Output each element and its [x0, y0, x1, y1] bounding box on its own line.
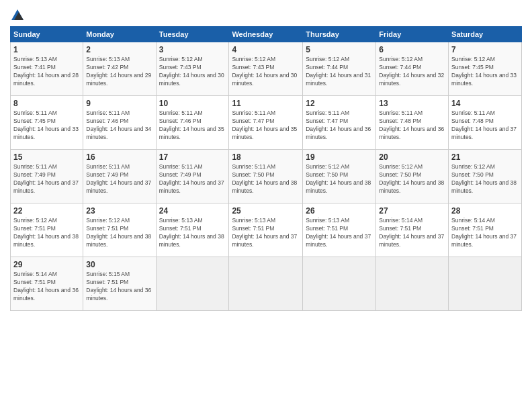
- day-number: 25: [232, 206, 300, 216]
- calendar-day-cell: 2 Sunrise: 5:13 AM Sunset: 7:42 PM Dayli…: [83, 42, 156, 96]
- calendar-day-cell: [229, 257, 303, 311]
- day-info: Sunrise: 5:11 AM Sunset: 7:48 PM Dayligh…: [379, 109, 445, 142]
- day-of-week-header: Thursday: [303, 27, 376, 42]
- day-number: 22: [13, 206, 80, 216]
- day-number: 11: [232, 99, 300, 108]
- calendar-day-cell: 10 Sunrise: 5:11 AM Sunset: 7:46 PM Dayl…: [156, 96, 229, 150]
- day-number: 27: [379, 206, 445, 216]
- logo: [10, 7, 24, 21]
- day-of-week-header: Friday: [376, 27, 449, 42]
- day-number: 20: [379, 152, 445, 162]
- calendar-day-cell: 29 Sunrise: 5:14 AM Sunset: 7:51 PM Dayl…: [11, 257, 83, 311]
- calendar-table: SundayMondayTuesdayWednesdayThursdayFrid…: [10, 26, 522, 311]
- day-number: 7: [451, 45, 519, 54]
- day-number: 15: [13, 152, 80, 162]
- calendar-day-cell: 28 Sunrise: 5:14 AM Sunset: 7:51 PM Dayl…: [449, 203, 522, 257]
- calendar-day-cell: 14 Sunrise: 5:11 AM Sunset: 7:48 PM Dayl…: [449, 96, 522, 150]
- day-info: Sunrise: 5:12 AM Sunset: 7:50 PM Dayligh…: [451, 163, 519, 195]
- calendar-day-cell: 13 Sunrise: 5:11 AM Sunset: 7:48 PM Dayl…: [376, 96, 449, 150]
- calendar-day-cell: 1 Sunrise: 5:13 AM Sunset: 7:41 PM Dayli…: [11, 42, 83, 96]
- day-info: Sunrise: 5:13 AM Sunset: 7:41 PM Dayligh…: [13, 56, 80, 88]
- calendar-header-row: SundayMondayTuesdayWednesdayThursdayFrid…: [11, 27, 522, 42]
- day-number: 28: [451, 206, 519, 216]
- calendar-day-cell: 21 Sunrise: 5:12 AM Sunset: 7:50 PM Dayl…: [449, 150, 522, 203]
- day-info: Sunrise: 5:12 AM Sunset: 7:51 PM Dayligh…: [13, 217, 80, 249]
- day-number: 23: [86, 206, 152, 216]
- day-of-week-header: Wednesday: [229, 27, 303, 42]
- day-number: 3: [159, 45, 226, 54]
- logo-line1: [10, 7, 24, 21]
- calendar-day-cell: 16 Sunrise: 5:11 AM Sunset: 7:49 PM Dayl…: [83, 150, 156, 203]
- day-info: Sunrise: 5:14 AM Sunset: 7:51 PM Dayligh…: [451, 217, 519, 249]
- calendar-day-cell: 5 Sunrise: 5:12 AM Sunset: 7:44 PM Dayli…: [303, 42, 376, 96]
- day-info: Sunrise: 5:11 AM Sunset: 7:47 PM Dayligh…: [232, 109, 300, 142]
- day-info: Sunrise: 5:12 AM Sunset: 7:43 PM Dayligh…: [232, 56, 300, 88]
- day-info: Sunrise: 5:13 AM Sunset: 7:51 PM Dayligh…: [232, 217, 300, 249]
- day-of-week-header: Saturday: [449, 27, 522, 42]
- calendar-day-cell: 3 Sunrise: 5:12 AM Sunset: 7:43 PM Dayli…: [156, 42, 229, 96]
- day-info: Sunrise: 5:11 AM Sunset: 7:48 PM Dayligh…: [451, 109, 519, 142]
- day-number: 10: [159, 99, 226, 108]
- day-of-week-header: Monday: [83, 27, 156, 42]
- day-info: Sunrise: 5:11 AM Sunset: 7:49 PM Dayligh…: [86, 163, 152, 195]
- day-number: 18: [232, 152, 300, 162]
- day-info: Sunrise: 5:11 AM Sunset: 7:49 PM Dayligh…: [13, 163, 80, 195]
- day-info: Sunrise: 5:12 AM Sunset: 7:50 PM Dayligh…: [306, 163, 373, 195]
- calendar-day-cell: 20 Sunrise: 5:12 AM Sunset: 7:50 PM Dayl…: [376, 150, 449, 203]
- day-info: Sunrise: 5:14 AM Sunset: 7:51 PM Dayligh…: [379, 217, 445, 249]
- day-info: Sunrise: 5:15 AM Sunset: 7:51 PM Dayligh…: [86, 271, 152, 303]
- calendar-day-cell: 22 Sunrise: 5:12 AM Sunset: 7:51 PM Dayl…: [11, 203, 83, 257]
- day-number: 29: [13, 260, 80, 269]
- calendar-day-cell: 27 Sunrise: 5:14 AM Sunset: 7:51 PM Dayl…: [376, 203, 449, 257]
- calendar-day-cell: [449, 257, 522, 311]
- day-number: 8: [13, 99, 80, 108]
- day-number: 30: [86, 260, 152, 269]
- calendar-day-cell: 8 Sunrise: 5:11 AM Sunset: 7:45 PM Dayli…: [11, 96, 83, 150]
- day-of-week-header: Sunday: [11, 27, 83, 42]
- day-number: 2: [86, 45, 152, 54]
- day-info: Sunrise: 5:13 AM Sunset: 7:42 PM Dayligh…: [86, 56, 152, 88]
- day-info: Sunrise: 5:12 AM Sunset: 7:44 PM Dayligh…: [379, 56, 445, 88]
- day-number: 14: [451, 99, 519, 108]
- calendar-week-row: 1 Sunrise: 5:13 AM Sunset: 7:41 PM Dayli…: [11, 42, 522, 96]
- calendar-week-row: 8 Sunrise: 5:11 AM Sunset: 7:45 PM Dayli…: [11, 96, 522, 150]
- day-number: 9: [86, 99, 152, 108]
- calendar-week-row: 15 Sunrise: 5:11 AM Sunset: 7:49 PM Dayl…: [11, 150, 522, 203]
- calendar-day-cell: [376, 257, 449, 311]
- calendar-day-cell: 26 Sunrise: 5:13 AM Sunset: 7:51 PM Dayl…: [303, 203, 376, 257]
- calendar-day-cell: 4 Sunrise: 5:12 AM Sunset: 7:43 PM Dayli…: [229, 42, 303, 96]
- header: [10, 7, 522, 21]
- day-of-week-header: Tuesday: [156, 27, 229, 42]
- day-number: 12: [306, 99, 373, 108]
- calendar-day-cell: 25 Sunrise: 5:13 AM Sunset: 7:51 PM Dayl…: [229, 203, 303, 257]
- day-info: Sunrise: 5:13 AM Sunset: 7:51 PM Dayligh…: [306, 217, 373, 249]
- logo-arrow-icon: [11, 9, 24, 20]
- day-number: 19: [306, 152, 373, 162]
- calendar-day-cell: 23 Sunrise: 5:12 AM Sunset: 7:51 PM Dayl…: [83, 203, 156, 257]
- calendar-day-cell: 24 Sunrise: 5:13 AM Sunset: 7:51 PM Dayl…: [156, 203, 229, 257]
- calendar-day-cell: 15 Sunrise: 5:11 AM Sunset: 7:49 PM Dayl…: [11, 150, 83, 203]
- day-info: Sunrise: 5:11 AM Sunset: 7:50 PM Dayligh…: [232, 163, 300, 195]
- calendar-week-row: 22 Sunrise: 5:12 AM Sunset: 7:51 PM Dayl…: [11, 203, 522, 257]
- day-number: 17: [159, 152, 226, 162]
- day-info: Sunrise: 5:12 AM Sunset: 7:43 PM Dayligh…: [159, 56, 226, 88]
- calendar-day-cell: 9 Sunrise: 5:11 AM Sunset: 7:46 PM Dayli…: [83, 96, 156, 150]
- calendar-day-cell: 11 Sunrise: 5:11 AM Sunset: 7:47 PM Dayl…: [229, 96, 303, 150]
- day-info: Sunrise: 5:11 AM Sunset: 7:47 PM Dayligh…: [306, 109, 373, 142]
- day-info: Sunrise: 5:12 AM Sunset: 7:45 PM Dayligh…: [451, 56, 519, 88]
- day-info: Sunrise: 5:12 AM Sunset: 7:51 PM Dayligh…: [86, 217, 152, 249]
- day-number: 4: [232, 45, 300, 54]
- day-info: Sunrise: 5:12 AM Sunset: 7:50 PM Dayligh…: [379, 163, 445, 195]
- calendar-day-cell: [303, 257, 376, 311]
- day-number: 13: [379, 99, 445, 108]
- calendar-day-cell: [156, 257, 229, 311]
- day-number: 24: [159, 206, 226, 216]
- day-info: Sunrise: 5:11 AM Sunset: 7:45 PM Dayligh…: [13, 109, 80, 142]
- day-number: 1: [13, 45, 80, 54]
- calendar-day-cell: 12 Sunrise: 5:11 AM Sunset: 7:47 PM Dayl…: [303, 96, 376, 150]
- day-info: Sunrise: 5:14 AM Sunset: 7:51 PM Dayligh…: [13, 271, 80, 303]
- day-number: 21: [451, 152, 519, 162]
- calendar-day-cell: 19 Sunrise: 5:12 AM Sunset: 7:50 PM Dayl…: [303, 150, 376, 203]
- day-info: Sunrise: 5:12 AM Sunset: 7:44 PM Dayligh…: [306, 56, 373, 88]
- day-info: Sunrise: 5:13 AM Sunset: 7:51 PM Dayligh…: [159, 217, 226, 249]
